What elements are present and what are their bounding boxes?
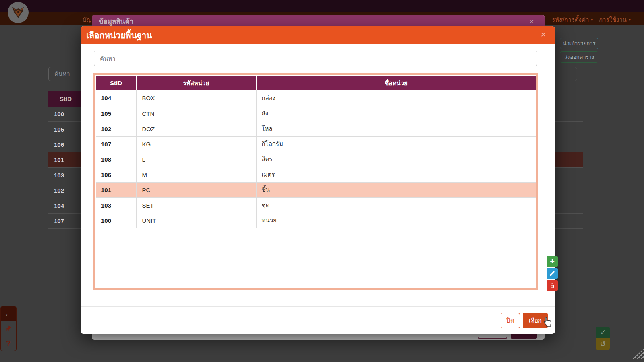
unit-cell-stid: 105	[96, 106, 136, 121]
unit-cell-stid: 107	[96, 136, 136, 152]
unit-cell-code: BOX	[136, 90, 256, 106]
pencil-icon	[549, 271, 555, 276]
col-header-unit-name[interactable]: ชื่อหน่วย	[256, 76, 536, 90]
unit-table-row[interactable]: 100UNITหน่วย	[96, 213, 536, 228]
modal-header: เลือกหน่วยพื้นฐาน ✕	[81, 26, 555, 44]
mouse-cursor	[542, 316, 553, 329]
unit-cell-stid: 104	[96, 90, 136, 106]
unit-cell-name: ลิตร	[256, 152, 536, 167]
unit-cell-name: กล่อง	[256, 90, 536, 106]
unit-table-row[interactable]: 105CTNลัง	[96, 106, 536, 121]
unit-cell-code: KG	[136, 136, 256, 152]
unit-cell-code: L	[136, 152, 256, 167]
unit-search-input[interactable]	[94, 51, 537, 66]
modal-title: เลือกหน่วยพื้นฐาน	[86, 31, 152, 40]
modal-footer: ปิด เลือก	[81, 306, 555, 334]
unit-cell-stid: 103	[96, 197, 136, 213]
unit-cell-name: ชุด	[256, 197, 536, 213]
modal-close-icon[interactable]: ✕	[540, 31, 546, 38]
product-modal-title: ข้อมูลสินค้า	[99, 18, 133, 25]
unit-cell-stid: 108	[96, 152, 136, 167]
confirm-button[interactable]: ✓	[596, 327, 610, 338]
col-header-stid[interactable]: StID	[96, 76, 136, 90]
app-logo	[8, 2, 29, 23]
units-table: StID รหัสหน่วย ชื่อหน่วย 104BOXกล่อง105C…	[96, 76, 536, 228]
unit-cell-code: M	[136, 167, 256, 182]
export-table-button[interactable]: ส่งออกตาราง	[560, 51, 598, 63]
unit-table-row[interactable]: 103SETชุด	[96, 197, 536, 213]
plus-icon: +	[550, 257, 555, 266]
import-items-button[interactable]: นำเข้ารายการ	[560, 38, 598, 49]
back-arrow-icon: ←	[4, 309, 13, 319]
undo-button[interactable]: ↺	[596, 338, 610, 350]
unit-cell-code: SET	[136, 197, 256, 213]
add-unit-button[interactable]: +	[547, 256, 558, 267]
fox-icon	[10, 4, 26, 21]
unit-cell-code: CTN	[136, 106, 256, 121]
unit-cell-stid: 100	[96, 213, 136, 228]
help-button[interactable]: ?	[0, 336, 17, 351]
unit-cell-stid: 101	[96, 182, 136, 197]
unit-table-row[interactable]: 102DOZโหล	[96, 121, 536, 136]
unit-table-row[interactable]: 106Mเมตร	[96, 167, 536, 182]
unit-cell-stid: 102	[96, 121, 136, 136]
top-header-bar	[0, 0, 644, 12]
unit-table-row[interactable]: 104BOXกล่อง	[96, 90, 536, 106]
unit-table-row[interactable]: 101PCชิ้น	[96, 182, 536, 197]
units-table-container: StID รหัสหน่วย ชื่อหน่วย 104BOXกล่อง105C…	[93, 73, 538, 290]
product-modal-close-icon[interactable]: ✕	[529, 19, 534, 25]
unit-cell-name: ลัง	[256, 106, 536, 121]
unit-cell-name: หน่วย	[256, 213, 536, 228]
unit-cell-code: DOZ	[136, 121, 256, 136]
unit-cell-stid: 106	[96, 167, 136, 182]
unit-cell-name: กิโลกรัม	[256, 136, 536, 152]
nav-codes-settings[interactable]: รหัส/การตั้งค่า	[552, 15, 593, 25]
pin-button[interactable]	[0, 321, 17, 336]
unit-table-row[interactable]: 108Lลิตร	[96, 152, 536, 167]
nav-usage[interactable]: การใช้งาน	[599, 15, 631, 25]
window-resize-handle[interactable]	[633, 348, 644, 359]
close-modal-button[interactable]: ปิด	[501, 313, 520, 328]
undo-icon: ↺	[600, 340, 606, 348]
unit-cell-name: ชิ้น	[256, 182, 536, 197]
trash-icon	[550, 283, 555, 288]
select-base-unit-modal: เลือกหน่วยพื้นฐาน ✕ StID รหัสหน่วย ชื่อห…	[81, 26, 555, 334]
back-button[interactable]: ←	[0, 306, 17, 321]
unit-cell-code: UNIT	[136, 213, 256, 228]
delete-unit-button[interactable]	[547, 280, 558, 291]
unit-cell-code: PC	[136, 182, 256, 197]
check-icon: ✓	[600, 328, 606, 337]
edit-unit-button[interactable]	[547, 268, 558, 279]
unit-cell-name: โหล	[256, 121, 536, 136]
table-action-buttons: +	[547, 256, 558, 292]
unit-table-row[interactable]: 107KGกิโลกรัม	[96, 136, 536, 152]
pin-icon	[5, 325, 12, 332]
unit-cell-name: เมตร	[256, 167, 536, 182]
help-icon: ?	[6, 339, 11, 348]
col-header-unit-code[interactable]: รหัสหน่วย	[136, 76, 256, 90]
